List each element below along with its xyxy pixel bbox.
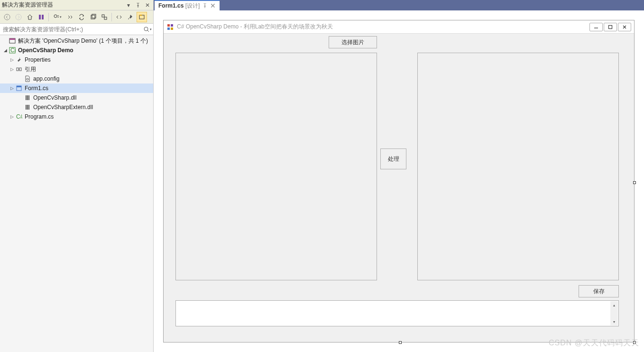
svg-rect-8 xyxy=(104,17,107,19)
size-handle-corner[interactable] xyxy=(633,341,636,344)
appconfig-label: app.config xyxy=(33,75,59,82)
svg-rect-22 xyxy=(28,95,29,100)
svg-rect-19 xyxy=(17,86,21,87)
svg-rect-16 xyxy=(19,68,21,71)
search-input[interactable] xyxy=(0,24,142,35)
maximize-button[interactable] xyxy=(604,23,617,31)
pin-icon[interactable] xyxy=(202,3,207,8)
sync-icon[interactable] xyxy=(76,12,87,22)
svg-rect-9 xyxy=(139,15,144,19)
tab-subtitle: [设计] xyxy=(185,2,200,9)
form1-label: Form1.cs xyxy=(25,85,48,92)
svg-rect-28 xyxy=(171,24,173,27)
solution-explorer-panel: 解决方案资源管理器 ▾ ✕ ▾ xyxy=(0,0,154,352)
winform-titlebar: C# OpenCvSharp Demo - 利用Lab空间把春天的场景改为秋天 xyxy=(164,20,634,34)
log-textbox[interactable]: ▴ ▾ xyxy=(175,300,619,326)
close-icon[interactable]: ✕ xyxy=(210,2,216,9)
expander-icon[interactable] xyxy=(17,104,24,111)
scroll-down-icon[interactable]: ▾ xyxy=(610,318,618,325)
switch-views-icon[interactable] xyxy=(36,12,46,22)
collapse-all-icon[interactable] xyxy=(99,12,110,22)
properties-icon[interactable] xyxy=(125,12,136,22)
svg-rect-3 xyxy=(42,15,44,19)
dropdown-icon[interactable]: ▾ xyxy=(125,1,132,9)
expander-icon[interactable] xyxy=(17,94,24,101)
solution-tree: 解决方案 'OpenCvSharp Demo' (1 个项目，共 1 个) ◢ … xyxy=(0,35,153,352)
svg-point-0 xyxy=(4,14,10,20)
forward-icon[interactable] xyxy=(13,12,24,22)
svg-rect-23 xyxy=(26,105,27,110)
size-handle-right[interactable] xyxy=(633,181,636,184)
svg-rect-24 xyxy=(27,105,28,110)
save-button[interactable]: 保存 xyxy=(579,285,619,297)
expander-icon[interactable]: ◢ xyxy=(2,47,9,54)
opencv-extern-dll-node[interactable]: OpenCvSharpExtern.dll xyxy=(0,102,153,112)
expander-icon[interactable]: ▷ xyxy=(9,85,15,92)
config-icon xyxy=(24,75,31,83)
program-label: Program.cs xyxy=(25,113,54,120)
references-node[interactable]: ▷ 引用 xyxy=(0,65,153,74)
winform-window[interactable]: C# OpenCvSharp Demo - 利用Lab空间把春天的场景改为秋天 … xyxy=(163,20,635,343)
form1-node[interactable]: ▷ Form1.cs xyxy=(0,83,153,93)
svg-rect-27 xyxy=(167,24,170,27)
scrollbar[interactable]: ▴ ▾ xyxy=(610,301,618,325)
svg-rect-7 xyxy=(102,15,104,17)
expander-icon[interactable]: ▷ xyxy=(9,113,15,120)
project-label: OpenCvSharp Demo xyxy=(18,47,74,54)
svg-point-1 xyxy=(16,14,21,20)
opencv-extern-dll-label: OpenCvSharpExtern.dll xyxy=(33,104,93,111)
dll-icon xyxy=(24,103,31,111)
svg-rect-5 xyxy=(91,15,95,19)
svg-rect-21 xyxy=(27,95,28,100)
filter-icon[interactable]: ▾ xyxy=(51,12,64,22)
wrench-icon xyxy=(15,56,23,64)
properties-label: Properties xyxy=(25,56,51,63)
code-icon[interactable] xyxy=(114,12,124,22)
scroll-up-icon[interactable]: ▴ xyxy=(610,301,618,309)
pending-changes-icon[interactable] xyxy=(65,12,75,22)
panel-title: 解决方案资源管理器 xyxy=(2,1,125,9)
back-icon[interactable] xyxy=(2,12,12,22)
csharp-file-icon: C# xyxy=(15,113,23,120)
svg-rect-31 xyxy=(609,25,612,28)
winform-title: C# OpenCvSharp Demo - 利用Lab空间把春天的场景改为秋天 xyxy=(177,23,589,31)
appconfig-node[interactable]: app.config xyxy=(0,74,153,83)
tab-title: Form1.cs xyxy=(158,2,184,9)
main-area: Form1.cs [设计] ✕ C# OpenCvSharp Demo - 利用… xyxy=(154,0,644,352)
svg-rect-29 xyxy=(167,28,170,30)
expander-icon[interactable] xyxy=(17,75,24,82)
svg-rect-2 xyxy=(39,15,41,19)
expander-icon[interactable] xyxy=(2,37,9,44)
svg-point-4 xyxy=(54,15,57,18)
app-icon xyxy=(166,23,174,31)
search-icon[interactable]: ▾ xyxy=(142,24,153,35)
program-node[interactable]: ▷ C# Program.cs xyxy=(0,112,153,121)
properties-node[interactable]: ▷ Properties xyxy=(0,55,153,65)
close-button[interactable] xyxy=(618,23,631,31)
home-icon[interactable] xyxy=(25,12,35,22)
svg-rect-25 xyxy=(28,105,29,110)
pin-icon[interactable] xyxy=(134,1,142,9)
close-icon[interactable]: ✕ xyxy=(144,1,151,9)
select-image-button[interactable]: 选择图片 xyxy=(329,36,377,48)
expander-icon[interactable]: ▷ xyxy=(9,66,15,73)
preview-icon[interactable] xyxy=(137,12,147,22)
solution-node[interactable]: 解决方案 'OpenCvSharp Demo' (1 个项目，共 1 个) xyxy=(0,36,153,46)
refresh-icon[interactable] xyxy=(88,12,98,22)
panel-header: 解决方案资源管理器 ▾ ✕ xyxy=(0,0,153,10)
size-handle-bottom[interactable] xyxy=(399,341,402,344)
winform-body: 选择图片 处理 保存 ▴ ▾ xyxy=(164,34,634,342)
opencv-dll-label: OpenCvSharp.dll xyxy=(33,94,76,101)
expander-icon[interactable]: ▷ xyxy=(9,56,15,63)
opencv-dll-node[interactable]: OpenCvSharp.dll xyxy=(0,93,153,102)
project-node[interactable]: ◢ C# OpenCvSharp Demo xyxy=(0,46,153,55)
process-button[interactable]: 处理 xyxy=(380,148,406,169)
left-image-panel[interactable] xyxy=(175,53,377,280)
minimize-button[interactable] xyxy=(589,23,603,31)
solution-label: 解决方案 'OpenCvSharp Demo' (1 个项目，共 1 个) xyxy=(18,37,148,45)
svg-text:C#: C# xyxy=(16,113,22,120)
tab-form1[interactable]: Form1.cs [设计] ✕ xyxy=(155,0,220,10)
designer-surface[interactable]: C# OpenCvSharp Demo - 利用Lab空间把春天的场景改为秋天 … xyxy=(154,10,644,352)
right-image-panel[interactable] xyxy=(417,53,619,280)
csharp-project-icon: C# xyxy=(9,46,16,54)
